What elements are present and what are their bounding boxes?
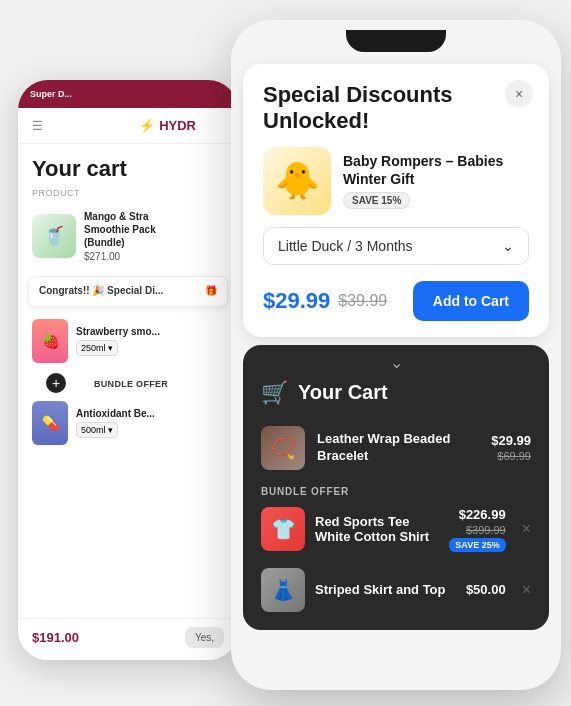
bg-total: $191.00 — [32, 630, 79, 645]
bundle-old-price: $399.99 — [466, 524, 506, 536]
tee-thumb: 👕 — [261, 507, 305, 551]
strawberry-name: Strawberry smo... — [76, 326, 224, 337]
bg-product-label: PRODUCT — [18, 188, 238, 202]
main-phone: Special DiscountsUnlocked! × 🐥 Baby Romp… — [231, 20, 561, 690]
bg-product-thumb: 🥤 — [32, 214, 76, 258]
congrats-title: Congrats!! 🎉 Special Di... 🎁 — [39, 285, 217, 296]
strawberry-thumb: 🍓 — [32, 319, 68, 363]
phone-notch — [346, 30, 446, 52]
bundle-save-badge: SAVE 25% — [449, 538, 505, 552]
skirt-thumb: 👗 — [261, 568, 305, 612]
cart-section: ⌄ 🛒 Your Cart 📿 Leather Wrap Beaded Brac… — [243, 345, 549, 630]
bracelet-price: $29.99 — [491, 433, 531, 448]
variant-label: Little Duck / 3 Months — [278, 238, 413, 254]
antioxidant-select[interactable]: 500ml ▾ — [76, 422, 118, 438]
bg-banner: Super D... — [30, 89, 72, 99]
skirt-name: Striped Skirt and Top — [315, 582, 456, 597]
remove-skirt-button[interactable]: × — [522, 581, 531, 599]
strawberry-item: 🍓 Strawberry smo... 250ml ▾ — [18, 313, 238, 369]
bg-product-name: Mango & StraSmoothie Pack(Bundle) — [84, 210, 224, 249]
close-button[interactable]: × — [505, 80, 533, 108]
variant-select[interactable]: Little Duck / 3 Months ⌄ — [263, 227, 529, 265]
main-phone-top — [231, 20, 561, 56]
antioxidant-thumb: 💊 — [32, 401, 68, 445]
modal-title: Special DiscountsUnlocked! — [263, 82, 529, 135]
bundle-price: $226.99 — [459, 507, 506, 522]
modal-product-name: Baby Rompers – Babies Winter Gift — [343, 152, 529, 188]
save-badge: SAVE 15% — [343, 192, 410, 209]
collapse-arrow[interactable]: ⌄ — [243, 345, 549, 376]
modal-product-row: 🐥 Baby Rompers – Babies Winter Gift SAVE… — [243, 147, 549, 227]
modal-product-thumb: 🐥 — [263, 147, 331, 215]
bundle-offer-tag: BUNDLE OFFER — [261, 486, 531, 497]
modal-old-price: $39.99 — [338, 292, 387, 310]
tee-name: Red Sports Tee — [315, 514, 439, 529]
skirt-price: $50.00 — [466, 582, 506, 597]
shirt-name: White Cotton Shirt — [315, 529, 439, 544]
bg-bundle-label: BUNDLE OFFER — [80, 375, 182, 391]
cart-title: Your Cart — [298, 381, 388, 404]
bracelet-thumb: 📿 — [261, 426, 305, 470]
antioxidant-name: Antioxidant Be... — [76, 408, 224, 419]
bg-logo: ⚡ HYDR — [139, 118, 196, 133]
bundle-item-tee: 👕 Red Sports Tee White Cotton Shirt $226… — [261, 501, 531, 558]
bg-product-price: $271.00 — [84, 251, 224, 262]
add-to-cart-button[interactable]: Add to Cart — [413, 281, 529, 321]
bundle-offer-section: BUNDLE OFFER 👕 Red Sports Tee White Cott… — [243, 478, 549, 562]
bracelet-name: Leather Wrap Beaded Bracelet — [317, 431, 479, 465]
bg-footer: $191.00 Yes, — [18, 618, 238, 660]
plus-circle: + — [46, 373, 66, 393]
bracelet-old-price: $69.99 — [497, 450, 531, 462]
cart-header: 🛒 Your Cart — [243, 376, 549, 418]
strawberry-select[interactable]: 250ml ▾ — [76, 340, 118, 356]
modal-price-row: $29.99 $39.99 Add to Cart — [243, 277, 549, 337]
modal-card: Special DiscountsUnlocked! × 🐥 Baby Romp… — [243, 64, 549, 337]
cart-item-bracelet: 📿 Leather Wrap Beaded Bracelet $29.99 $6… — [243, 418, 549, 478]
modal-header: Special DiscountsUnlocked! × — [243, 64, 549, 147]
bg-yes-btn[interactable]: Yes, — [185, 627, 224, 648]
background-phone: Super D... ☰ ⚡ HYDR Your cart PRODUCT 🥤 … — [18, 80, 238, 660]
bg-cart-title: Your cart — [18, 144, 238, 188]
chevron-down-icon: ⌄ — [502, 238, 514, 254]
remove-bundle-button[interactable]: × — [522, 520, 531, 538]
antioxidant-item: 💊 Antioxidant Be... 500ml ▾ — [18, 395, 238, 451]
bg-product-item: 🥤 Mango & StraSmoothie Pack(Bundle) $271… — [18, 202, 238, 270]
skirt-item: 👗 Striped Skirt and Top $50.00 × — [243, 562, 549, 618]
cart-icon: 🛒 — [261, 380, 288, 406]
modal-new-price: $29.99 — [263, 288, 330, 314]
congrats-banner: Congrats!! 🎉 Special Di... 🎁 — [28, 276, 228, 307]
